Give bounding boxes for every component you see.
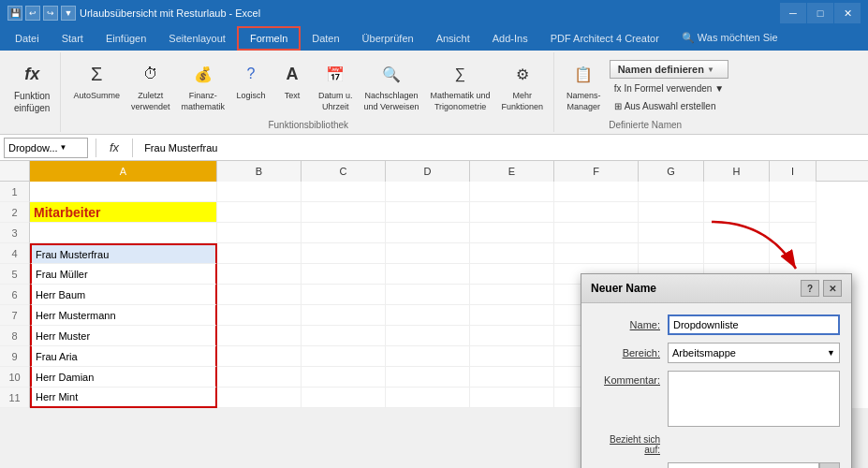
cell-e3[interactable] [470, 223, 554, 243]
formula-input[interactable] [140, 138, 864, 158]
cell-f4[interactable] [554, 243, 639, 264]
cell-f3[interactable] [554, 223, 639, 243]
col-header-e[interactable]: E [470, 161, 554, 182]
cell-d11[interactable] [386, 388, 470, 408]
tab-seitenlayout[interactable]: Seitenlayout [157, 26, 237, 51]
save-icon[interactable]: 💾 [7, 6, 22, 21]
cell-c1[interactable] [302, 182, 386, 202]
bezieht-picker-icon[interactable]: ⊟ [819, 462, 840, 468]
col-header-b[interactable]: B [217, 161, 302, 182]
cell-c10[interactable] [302, 367, 386, 388]
cell-b3[interactable] [217, 223, 302, 243]
cell-h1[interactable] [704, 182, 770, 202]
cell-e5[interactable] [470, 264, 554, 285]
in-formel-button[interactable]: fx In Formel verwenden ▼ [610, 80, 729, 96]
cell-i2[interactable] [770, 202, 817, 223]
col-header-i[interactable]: I [770, 161, 817, 182]
dialog-bezieht-input[interactable] [668, 462, 819, 468]
cell-c5[interactable] [302, 264, 386, 285]
cell-d3[interactable] [386, 223, 470, 243]
cell-e9[interactable] [470, 346, 554, 367]
cell-a9[interactable]: Frau Aria [30, 346, 217, 367]
col-header-c[interactable]: C [302, 161, 386, 182]
cell-d8[interactable] [386, 326, 470, 346]
cell-b11[interactable] [217, 388, 302, 408]
col-header-g[interactable]: G [639, 161, 704, 182]
maximize-button[interactable]: □ [807, 3, 833, 23]
cell-g2[interactable] [639, 202, 704, 223]
cell-f1[interactable] [554, 182, 639, 202]
cell-c2[interactable] [302, 202, 386, 223]
cell-h2[interactable] [704, 202, 770, 223]
tab-einfuegen[interactable]: Einfügen [95, 26, 157, 51]
tab-uberpruefen[interactable]: Überprüfen [351, 26, 425, 51]
minimize-button[interactable]: ─ [780, 3, 806, 23]
cell-d10[interactable] [386, 367, 470, 388]
cell-c6[interactable] [302, 285, 386, 305]
cell-a6[interactable]: Herr Baum [30, 285, 217, 305]
cell-a4[interactable]: Frau Musterfrau [30, 243, 217, 264]
cell-e2[interactable] [470, 202, 554, 223]
col-header-d[interactable]: D [386, 161, 470, 182]
math-button[interactable]: ∑ Mathematik und Trigonometrie [426, 56, 495, 114]
cell-c7[interactable] [302, 305, 386, 326]
tab-formeln[interactable]: Formeln [237, 26, 301, 51]
quick-access-more-icon[interactable]: ▼ [61, 6, 76, 21]
cell-e6[interactable] [470, 285, 554, 305]
cell-d5[interactable] [386, 264, 470, 285]
cell-h3[interactable] [704, 223, 770, 243]
tab-addins[interactable]: Add-Ins [481, 26, 539, 51]
cell-i1[interactable] [770, 182, 817, 202]
cell-h4[interactable] [704, 243, 770, 264]
text-button[interactable]: A Text [272, 56, 312, 103]
names-manager-button[interactable]: 📋 Namens- Manager [562, 56, 606, 114]
cell-b5[interactable] [217, 264, 302, 285]
cell-a1[interactable] [30, 182, 217, 202]
cell-b7[interactable] [217, 305, 302, 326]
tab-start[interactable]: Start [51, 26, 95, 51]
cell-b1[interactable] [217, 182, 302, 202]
close-button[interactable]: ✕ [834, 3, 861, 23]
cell-a11[interactable]: Herr Mint [30, 388, 217, 408]
cell-a5[interactable]: Frau Müller [30, 264, 217, 285]
redo-icon[interactable]: ↪ [43, 6, 58, 21]
cell-e10[interactable] [470, 367, 554, 388]
cell-b10[interactable] [217, 367, 302, 388]
lookup-button[interactable]: 🔍 Nachschlagen und Verweisen [359, 56, 423, 114]
cell-e11[interactable] [470, 388, 554, 408]
cell-i4[interactable] [770, 243, 817, 264]
cell-e7[interactable] [470, 305, 554, 326]
recently-used-button[interactable]: ⏱ Zuletzt verwendet [126, 56, 175, 114]
autosum-button[interactable]: Σ AutoSumme [68, 56, 125, 103]
col-header-f[interactable]: F [554, 161, 639, 182]
cell-g4[interactable] [639, 243, 704, 264]
name-box[interactable]: Dropdow... ▼ [4, 138, 88, 158]
cell-a3[interactable] [30, 223, 217, 243]
cell-e1[interactable] [470, 182, 554, 202]
cell-b2[interactable] [217, 202, 302, 223]
cell-d6[interactable] [386, 285, 470, 305]
cell-d1[interactable] [386, 182, 470, 202]
namen-definieren-button[interactable]: Namen definieren ▼ [610, 60, 729, 79]
cell-f2[interactable] [554, 202, 639, 223]
aus-auswahl-button[interactable]: ⊞ Aus Auswahl erstellen [610, 98, 729, 114]
cell-c9[interactable] [302, 346, 386, 367]
more-functions-button[interactable]: ⚙ Mehr Funktionen [497, 56, 549, 114]
tab-datei[interactable]: Datei [4, 26, 51, 51]
cell-c8[interactable] [302, 326, 386, 346]
cell-e8[interactable] [470, 326, 554, 346]
cell-g1[interactable] [639, 182, 704, 202]
cell-i3[interactable] [770, 223, 817, 243]
cell-a2[interactable]: Mitarbeiter [30, 202, 217, 223]
cell-d9[interactable] [386, 346, 470, 367]
dialog-name-input[interactable] [668, 314, 840, 335]
cell-a10[interactable]: Herr Damian [30, 367, 217, 388]
cell-b9[interactable] [217, 346, 302, 367]
cell-a8[interactable]: Herr Muster [30, 326, 217, 346]
dialog-bereich-select[interactable]: Arbeitsmappe ▼ [668, 343, 840, 363]
cell-c3[interactable] [302, 223, 386, 243]
cell-c4[interactable] [302, 243, 386, 264]
dialog-close-button[interactable]: ✕ [823, 280, 842, 297]
help-search[interactable]: 🔍 Was möchten Sie [670, 26, 789, 51]
col-header-h[interactable]: H [704, 161, 770, 182]
